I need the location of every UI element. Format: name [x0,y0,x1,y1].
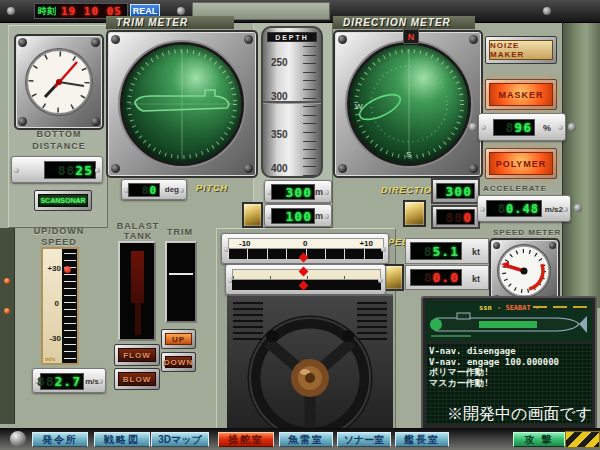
percent-display: 896 [493,119,535,136]
depth-tick-350: 350 [271,129,288,140]
tab-bar-ball-screw [10,431,26,447]
tab-sonar-room[interactable]: ソナー室 [337,432,391,447]
compass-south-label: S [406,150,411,159]
trim-tank-level-line [169,273,193,275]
direction-gold-button[interactable] [403,200,426,227]
speed-gold-button[interactable] [383,264,404,291]
ballast-fill-upper [131,251,144,303]
masker-button[interactable]: MASKER [485,79,557,110]
rudder-upper-scale: -10 0 +10 [228,238,384,249]
console-message-3: ポリマー作動! [429,367,589,378]
console-message-1: V-nav. disengage [429,346,589,357]
ballast-tank-gauge [118,241,156,341]
ballast-blow-button[interactable]: BLOW [114,368,160,390]
speed-value1-panel: 85.1 kt [405,238,489,264]
tab-strategy-map[interactable]: 戦略図 [94,432,150,447]
tab-3d-map-label: 3Dマップ [158,433,202,447]
polymer-button[interactable]: POLYMER [485,148,557,179]
trim-down-label: DOWN [164,358,193,367]
tab-torpedo-room[interactable]: 魚雷室 [279,432,333,447]
direction-value-panel: 300 [431,178,480,204]
trim-meter-bezel [106,30,258,178]
updown-label1: UP/DOWN [28,226,90,236]
bottom-distance-label2: DISTANCE [20,141,98,151]
depth-tick-400: 400 [271,163,288,174]
tab-captain-room-label: 艦長室 [404,433,440,447]
depth-tick-column [303,46,316,176]
vessel-class: ssn [479,304,492,312]
scansonar-button[interactable]: SCANSONAR [34,190,92,211]
noize-maker-button[interactable]: NOIZE MAKER [485,36,557,64]
speed-value1-display: 85.1 [410,242,462,260]
tab-3d-map[interactable]: 3Dマップ [151,432,209,447]
hazard-stripes [565,431,600,448]
ballast-flow-button[interactable]: FLOW [114,344,160,366]
submarine-helm-screen: 時刻 19 10 05 REAL TRIM METER DIRECTION ME… [0,0,600,450]
updown-unit: m/s [85,377,99,386]
dir-screw-bl [338,164,347,173]
tab-helm-room-label: 操舵室 [228,433,264,447]
ballast-label1: BALAST [112,221,164,231]
depth-readout2: 100 [271,208,315,224]
steering-wheel[interactable] [238,300,382,430]
depth-readout2-panel: 100 m [264,204,332,227]
updown-readout: 882.7 [40,373,84,390]
accelerate-label: ACCELERATE [483,184,547,193]
vessel-info-mark-1 [533,306,547,308]
depth-readout1-unit: m [315,187,323,197]
direction-value2-panel: 880 [431,205,480,229]
trim-screw-bl [111,164,120,173]
pitch-unit: deg [165,185,179,194]
attack-button[interactable]: 攻 撃 [513,432,565,447]
clock-bezel [14,34,104,130]
percent-bolt-right [568,123,576,131]
depth-current-marker [263,101,321,103]
accelerate-ghost: 8 [498,202,506,216]
pitch-value: 0 [149,184,157,197]
updown-readout-panel: 882.7 m/s [32,368,106,393]
tab-helm-room[interactable]: 操舵室 [218,432,274,447]
flow-label: FLOW [123,351,151,360]
speed-meter-gauge [491,240,558,304]
trim-up-label: UP [172,335,185,344]
trim-down-button[interactable]: DOWN [161,352,196,372]
direction-ghost2: 88 [446,210,464,225]
depth-gold-button[interactable] [242,202,263,228]
analog-clock [16,36,102,128]
direction-value2: 0 [463,210,472,225]
direction-value2-display: 880 [436,209,475,225]
console-message-2: V-nav. engage 100.000000 [429,357,589,368]
left-edge-strip [0,228,15,424]
polymer-label: POLYMER [496,159,547,169]
depth-tick-250: 250 [271,57,288,68]
bottom-distance-value: 25 [75,163,93,178]
speed-meter-label: SPEED METER [493,228,561,237]
speed-value2-panel: 80.0 kt [405,265,489,290]
vessel-silhouette [427,312,591,338]
direction-meter-crt: W S [347,42,471,166]
depth-gauge-title-band: DEPTH [267,32,317,42]
depth-readout2-value: 100 [286,209,312,224]
console: ssn - SEABAT - V-nav. disengage V-nav. e… [421,296,597,430]
trim-meter-title: TRIM METER [116,17,188,28]
dir-screw-br [469,164,478,173]
updown-gauge-marker [64,266,71,273]
speed-ghost2: 8 [424,270,433,285]
tab-strategy-map-label: 戦略図 [104,433,140,447]
compass-west-label: W [355,102,363,111]
tab-command-room[interactable]: 発令所 [32,432,88,447]
trim-up-button[interactable]: UP [161,329,196,349]
left-indicator-led-2 [4,308,10,314]
depth-readout1-value: 300 [286,185,312,200]
tab-sonar-room-label: ソナー室 [344,433,384,447]
top-bar-screw-right [543,7,551,15]
accelerate-bolt [574,204,582,212]
speed-value1: 5.1 [433,244,459,259]
speed-ghost1: 8 [424,244,433,259]
pitch-label: PITCH [196,183,228,193]
dir-screw-tl [338,35,347,44]
tab-captain-room[interactable]: 艦長室 [395,432,449,447]
rudder-scale-plus: +10 [359,239,373,248]
depth-readout2-unit: m [315,211,323,221]
vessel-info-mark-2 [553,306,567,308]
